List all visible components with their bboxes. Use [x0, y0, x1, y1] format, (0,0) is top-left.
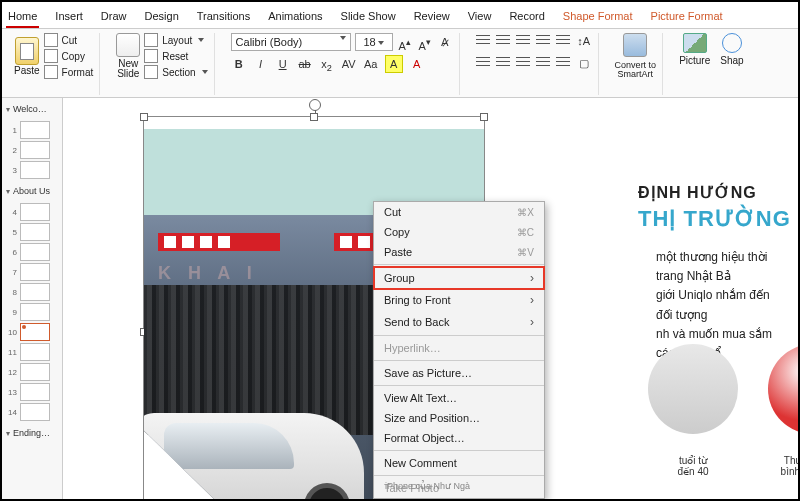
clipboard-group: Paste Cut Copy Format: [8, 33, 100, 95]
tab-home[interactable]: Home: [6, 6, 39, 28]
font-family-select[interactable]: Calibri (Body): [231, 33, 351, 51]
italic-button[interactable]: I: [253, 56, 269, 72]
layout-label: Layout: [162, 35, 192, 46]
tab-insert[interactable]: Insert: [53, 6, 85, 28]
layout-button[interactable]: Layout: [144, 33, 207, 47]
subscript-button[interactable]: x2: [319, 56, 335, 72]
smartart-label: Convert to SmartArt: [615, 61, 657, 79]
slide-number: 12: [5, 368, 17, 377]
shortcut: ⌘X: [517, 207, 534, 218]
ctx-group[interactable]: Group: [374, 267, 544, 289]
rotate-handle[interactable]: [309, 99, 321, 111]
shapes-icon[interactable]: [722, 33, 742, 53]
ctx-cut[interactable]: Cut⌘X: [374, 202, 544, 222]
slide-thumb[interactable]: 3: [2, 160, 62, 180]
font-color-button[interactable]: A: [409, 56, 425, 72]
paste-icon[interactable]: [15, 37, 39, 65]
font-group: Calibri (Body) 18 A▴ A▾ A̷ B I U ab x2 A…: [225, 33, 460, 95]
tab-animations[interactable]: Animations: [266, 6, 324, 28]
text-shadow-button[interactable]: AV: [341, 56, 357, 72]
align-center-button[interactable]: [496, 57, 510, 69]
cut-label: Cut: [62, 35, 78, 46]
tab-review[interactable]: Review: [412, 6, 452, 28]
ctx-paste[interactable]: Paste⌘V: [374, 242, 544, 262]
slide-panel[interactable]: ▾Welco… 1 2 3 ▾About Us 4 5 6 7 8 9 10 1…: [2, 98, 63, 499]
resize-handle[interactable]: [140, 113, 148, 121]
tab-slideshow[interactable]: Slide Show: [339, 6, 398, 28]
ctx-label: Send to Back: [384, 316, 449, 328]
slide-thumb[interactable]: 1: [2, 120, 62, 140]
slide-thumb[interactable]: 12: [2, 362, 62, 382]
justify-button[interactable]: [536, 57, 550, 69]
tab-shape-format[interactable]: Shape Format: [561, 6, 635, 28]
numbering-button[interactable]: [496, 35, 510, 47]
slide-thumb[interactable]: 8: [2, 282, 62, 302]
section-welcome[interactable]: ▾Welco…: [2, 98, 62, 120]
slide-thumb[interactable]: 2: [2, 140, 62, 160]
align-left-button[interactable]: [476, 57, 490, 69]
increase-font-button[interactable]: A▴: [397, 34, 413, 50]
slide-thumb[interactable]: 4: [2, 202, 62, 222]
clear-formatting-button[interactable]: A̷: [437, 34, 453, 50]
ctx-copy[interactable]: Copy⌘C: [374, 222, 544, 242]
smartart-icon[interactable]: [623, 33, 647, 57]
font-size-value: 18: [363, 36, 375, 48]
section-button[interactable]: Section: [144, 65, 207, 79]
ctx-alt-text[interactable]: View Alt Text…: [374, 388, 544, 408]
slide-canvas[interactable]: ĐỊNH HƯỚNG THỊ TRƯỜNG MỤC T một thương h…: [63, 98, 798, 499]
indent-increase-button[interactable]: [536, 35, 550, 47]
align-right-button[interactable]: [516, 57, 530, 69]
slide-thumb[interactable]: 6: [2, 242, 62, 262]
paragraph-group: ↕A ▢: [470, 33, 599, 95]
ctx-send-back[interactable]: Send to Back: [374, 311, 544, 333]
font-size-select[interactable]: 18: [355, 33, 393, 51]
ribbon: Paste Cut Copy Format New Slide Layout R…: [2, 29, 798, 98]
slide-thumb[interactable]: 14: [2, 402, 62, 422]
ctx-bring-front[interactable]: Bring to Front: [374, 289, 544, 311]
resize-handle[interactable]: [310, 113, 318, 121]
tab-transitions[interactable]: Transitions: [195, 6, 252, 28]
decrease-font-button[interactable]: A▾: [417, 34, 433, 50]
format-painter-button[interactable]: Format: [44, 65, 94, 79]
cut-button[interactable]: Cut: [44, 33, 94, 47]
slide-thumb[interactable]: 5: [2, 222, 62, 242]
bold-button[interactable]: B: [231, 56, 247, 72]
tab-draw[interactable]: Draw: [99, 6, 129, 28]
underline-button[interactable]: U: [275, 56, 291, 72]
slide-thumb[interactable]: 11: [2, 342, 62, 362]
section-about[interactable]: ▾About Us: [2, 180, 62, 202]
tab-view[interactable]: View: [466, 6, 494, 28]
tab-design[interactable]: Design: [143, 6, 181, 28]
section-label: About Us: [13, 186, 50, 196]
new-slide-icon[interactable]: [116, 33, 140, 57]
ctx-size-position[interactable]: Size and Position…: [374, 408, 544, 428]
ctx-new-comment[interactable]: New Comment: [374, 453, 544, 473]
slide-thumb[interactable]: 9: [2, 302, 62, 322]
change-case-button[interactable]: Aa: [363, 56, 379, 72]
ctx-format-object[interactable]: Format Object…: [374, 428, 544, 448]
slide-number: 2: [5, 146, 17, 155]
reset-button[interactable]: Reset: [144, 49, 207, 63]
ctx-label: Group: [384, 272, 415, 284]
line-spacing-button[interactable]: [556, 35, 570, 47]
text-direction-button[interactable]: ↕A: [576, 33, 592, 49]
section-ending[interactable]: ▾Ending…: [2, 422, 62, 444]
slide-thumb[interactable]: 7: [2, 262, 62, 282]
ctx-label: Size and Position…: [384, 412, 480, 424]
columns-button[interactable]: [556, 57, 570, 69]
copy-button[interactable]: Copy: [44, 49, 94, 63]
picture-icon[interactable]: [683, 33, 707, 53]
bullets-button[interactable]: [476, 35, 490, 47]
slide-thumb[interactable]: 13: [2, 382, 62, 402]
strike-button[interactable]: ab: [297, 56, 313, 72]
tab-picture-format[interactable]: Picture Format: [649, 6, 725, 28]
highlight-button[interactable]: A: [385, 55, 403, 73]
ribbon-tabs: Home Insert Draw Design Transitions Anim…: [2, 2, 798, 29]
tab-record[interactable]: Record: [507, 6, 546, 28]
chevron-down-icon: ▾: [6, 105, 10, 114]
slide-thumb[interactable]: 10: [2, 322, 62, 342]
ctx-save-picture[interactable]: Save as Picture…: [374, 363, 544, 383]
resize-handle[interactable]: [480, 113, 488, 121]
indent-decrease-button[interactable]: [516, 35, 530, 47]
align-text-button[interactable]: ▢: [576, 55, 592, 71]
